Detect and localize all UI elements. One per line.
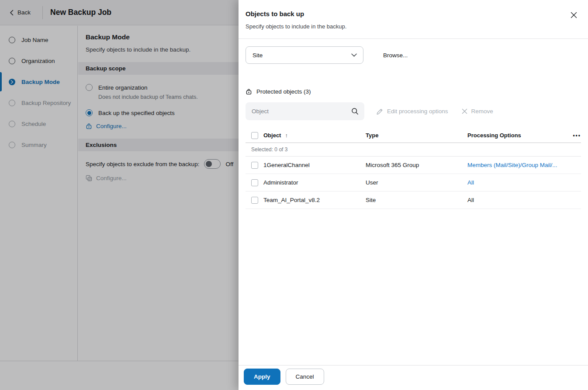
apply-button[interactable]: Apply xyxy=(244,369,280,385)
row-checkbox[interactable] xyxy=(251,197,258,204)
column-processing-options: Processing Options xyxy=(467,132,570,139)
remove-x-icon xyxy=(462,108,467,114)
remove-label: Remove xyxy=(471,108,493,115)
object-search[interactable] xyxy=(246,102,364,120)
column-settings-icon[interactable]: ••• xyxy=(573,132,581,139)
search-icon[interactable] xyxy=(351,108,359,115)
panel-footer: Apply Cancel xyxy=(239,365,588,390)
panel-subtitle: Specify objects to include in the backup… xyxy=(246,23,578,30)
select-all-checkbox[interactable] xyxy=(251,132,258,139)
row-checkbox[interactable] xyxy=(251,162,258,169)
lock-icon xyxy=(246,88,252,95)
protected-objects-table: Object ↑ Type Processing Options ••• Sel… xyxy=(246,128,581,209)
object-name: Administrator xyxy=(263,179,366,186)
pencil-icon xyxy=(376,108,383,115)
sort-ascending-icon[interactable]: ↑ xyxy=(285,132,288,139)
object-type-value: Site xyxy=(252,52,263,59)
close-icon[interactable] xyxy=(570,11,578,19)
panel-body: Site Browse... Protected objects (3) xyxy=(239,39,588,365)
column-type: Type xyxy=(366,132,467,139)
processing-options-link[interactable]: Members (Mail/Site)/Group Mail/... xyxy=(467,162,570,168)
processing-options-link[interactable]: All xyxy=(467,179,570,186)
object-name: Team_AI_Portal_v8.2 xyxy=(263,197,366,203)
objects-toolbar: Edit processing options Remove xyxy=(246,102,581,120)
edit-processing-options-button[interactable]: Edit processing options xyxy=(376,108,448,115)
remove-button[interactable]: Remove xyxy=(462,108,493,115)
table-row[interactable]: Administrator User All xyxy=(246,174,581,192)
object-name: 1GeneralChannel xyxy=(263,162,366,168)
processing-options-value: All xyxy=(467,197,570,203)
panel-header: Objects to back up Specify objects to in… xyxy=(239,0,588,39)
edit-processing-options-label: Edit processing options xyxy=(387,108,448,115)
panel-title: Objects to back up xyxy=(246,10,578,17)
table-row[interactable]: 1GeneralChannel Microsoft 365 Group Memb… xyxy=(246,157,581,174)
cancel-button[interactable]: Cancel xyxy=(286,369,324,385)
search-input[interactable] xyxy=(252,108,351,115)
table-header-row: Object ↑ Type Processing Options ••• xyxy=(246,128,581,143)
column-object: Object xyxy=(263,132,281,139)
object-type: Microsoft 365 Group xyxy=(366,162,467,168)
objects-to-back-up-panel: Objects to back up Specify objects to in… xyxy=(239,0,588,390)
browse-button[interactable]: Browse... xyxy=(383,52,408,59)
chevron-down-icon xyxy=(351,53,357,57)
object-type-select[interactable]: Site xyxy=(246,46,363,64)
protected-objects-label: Protected objects (3) xyxy=(256,88,311,95)
object-type: Site xyxy=(366,197,467,203)
table-row[interactable]: Team_AI_Portal_v8.2 Site All xyxy=(246,192,581,209)
selection-summary: Selected: 0 of 3 xyxy=(246,143,581,157)
row-checkbox[interactable] xyxy=(251,179,258,186)
protected-objects-heading: Protected objects (3) xyxy=(246,88,581,95)
object-type: User xyxy=(366,179,467,186)
